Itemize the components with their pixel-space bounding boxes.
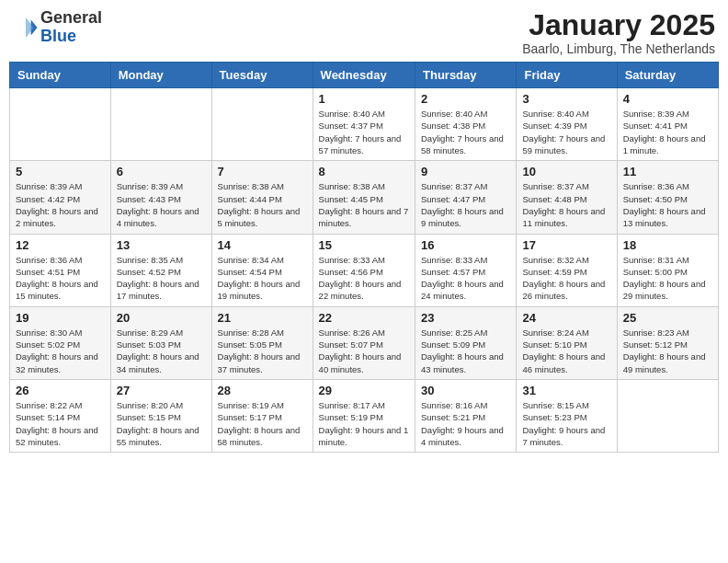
col-header-thursday: Thursday <box>415 63 517 88</box>
day-cell: 24Sunrise: 8:24 AM Sunset: 5:10 PM Dayli… <box>517 306 617 379</box>
day-detail: Sunrise: 8:39 AM Sunset: 4:43 PM Dayligh… <box>117 180 206 229</box>
day-number: 2 <box>421 92 510 106</box>
day-number: 11 <box>623 165 712 178</box>
day-detail: Sunrise: 8:29 AM Sunset: 5:03 PM Dayligh… <box>117 327 206 375</box>
day-number: 26 <box>16 384 105 397</box>
day-number: 6 <box>117 165 206 178</box>
day-detail: Sunrise: 8:32 AM Sunset: 4:59 PM Dayligh… <box>522 254 610 303</box>
day-cell: 31Sunrise: 8:15 AM Sunset: 5:23 PM Dayli… <box>517 379 617 452</box>
day-detail: Sunrise: 8:33 AM Sunset: 4:56 PM Dayligh… <box>319 254 409 303</box>
col-header-tuesday: Tuesday <box>211 63 313 88</box>
day-cell: 3Sunrise: 8:40 AM Sunset: 4:39 PM Daylig… <box>517 88 617 161</box>
day-number: 10 <box>522 165 610 178</box>
day-detail: Sunrise: 8:36 AM Sunset: 4:50 PM Dayligh… <box>623 180 712 229</box>
day-cell: 16Sunrise: 8:33 AM Sunset: 4:57 PM Dayli… <box>415 234 517 306</box>
day-number: 17 <box>522 238 610 252</box>
day-number: 28 <box>218 384 307 397</box>
day-cell: 29Sunrise: 8:17 AM Sunset: 5:19 PM Dayli… <box>313 379 415 452</box>
day-cell: 21Sunrise: 8:28 AM Sunset: 5:05 PM Dayli… <box>211 306 313 379</box>
day-number: 14 <box>218 238 307 252</box>
day-detail: Sunrise: 8:35 AM Sunset: 4:52 PM Dayligh… <box>117 254 206 303</box>
col-header-friday: Friday <box>517 63 617 88</box>
day-number: 4 <box>623 92 712 106</box>
day-detail: Sunrise: 8:34 AM Sunset: 4:54 PM Dayligh… <box>218 254 307 303</box>
day-detail: Sunrise: 8:37 AM Sunset: 4:48 PM Dayligh… <box>522 180 610 229</box>
day-detail: Sunrise: 8:16 AM Sunset: 5:21 PM Dayligh… <box>421 399 510 448</box>
day-cell: 20Sunrise: 8:29 AM Sunset: 5:03 PM Dayli… <box>110 306 211 379</box>
day-number: 18 <box>623 238 712 252</box>
day-detail: Sunrise: 8:40 AM Sunset: 4:38 PM Dayligh… <box>421 108 510 156</box>
day-detail: Sunrise: 8:20 AM Sunset: 5:15 PM Dayligh… <box>117 399 206 448</box>
day-cell: 19Sunrise: 8:30 AM Sunset: 5:02 PM Dayli… <box>10 306 111 379</box>
day-cell: 23Sunrise: 8:25 AM Sunset: 5:09 PM Dayli… <box>415 306 517 379</box>
day-detail: Sunrise: 8:31 AM Sunset: 5:00 PM Dayligh… <box>623 254 712 303</box>
day-detail: Sunrise: 8:22 AM Sunset: 5:14 PM Dayligh… <box>16 399 105 448</box>
col-header-saturday: Saturday <box>617 63 718 88</box>
day-number: 29 <box>319 384 409 397</box>
day-detail: Sunrise: 8:33 AM Sunset: 4:57 PM Dayligh… <box>421 254 510 303</box>
day-number: 19 <box>16 311 105 325</box>
day-number: 27 <box>117 384 206 397</box>
day-cell: 4Sunrise: 8:39 AM Sunset: 4:41 PM Daylig… <box>617 88 718 161</box>
day-cell: 7Sunrise: 8:38 AM Sunset: 4:44 PM Daylig… <box>211 161 313 234</box>
day-cell <box>211 88 313 161</box>
day-number: 8 <box>319 165 409 178</box>
day-number: 12 <box>16 238 105 252</box>
day-detail: Sunrise: 8:15 AM Sunset: 5:23 PM Dayligh… <box>522 399 610 448</box>
day-detail: Sunrise: 8:24 AM Sunset: 5:10 PM Dayligh… <box>522 327 610 375</box>
calendar-table: SundayMondayTuesdayWednesdayThursdayFrid… <box>9 62 719 453</box>
week-row-4: 19Sunrise: 8:30 AM Sunset: 5:02 PM Dayli… <box>10 306 719 379</box>
day-number: 1 <box>319 92 409 106</box>
day-detail: Sunrise: 8:17 AM Sunset: 5:19 PM Dayligh… <box>319 399 409 448</box>
day-number: 31 <box>522 384 610 397</box>
day-detail: Sunrise: 8:40 AM Sunset: 4:37 PM Dayligh… <box>319 108 409 156</box>
day-number: 24 <box>522 311 610 325</box>
svg-marker-1 <box>26 17 33 38</box>
day-cell: 10Sunrise: 8:37 AM Sunset: 4:48 PM Dayli… <box>517 161 617 234</box>
logo-icon <box>13 15 39 40</box>
page-subtitle: Baarlo, Limburg, The Netherlands <box>522 41 715 56</box>
day-cell: 6Sunrise: 8:39 AM Sunset: 4:43 PM Daylig… <box>110 161 211 234</box>
day-cell: 12Sunrise: 8:36 AM Sunset: 4:51 PM Dayli… <box>10 234 111 306</box>
day-number: 16 <box>421 238 510 252</box>
col-header-monday: Monday <box>110 63 211 88</box>
day-cell <box>10 88 111 161</box>
page-title: January 2025 <box>522 9 715 41</box>
day-detail: Sunrise: 8:23 AM Sunset: 5:12 PM Dayligh… <box>623 327 712 375</box>
day-number: 3 <box>522 92 610 106</box>
day-cell: 1Sunrise: 8:40 AM Sunset: 4:37 PM Daylig… <box>313 88 415 161</box>
day-cell: 5Sunrise: 8:39 AM Sunset: 4:42 PM Daylig… <box>10 161 111 234</box>
day-cell: 2Sunrise: 8:40 AM Sunset: 4:38 PM Daylig… <box>415 88 517 161</box>
day-cell: 11Sunrise: 8:36 AM Sunset: 4:50 PM Dayli… <box>617 161 718 234</box>
day-detail: Sunrise: 8:30 AM Sunset: 5:02 PM Dayligh… <box>16 327 105 375</box>
day-detail: Sunrise: 8:39 AM Sunset: 4:42 PM Dayligh… <box>16 180 105 229</box>
day-number: 25 <box>623 311 712 325</box>
day-number: 30 <box>421 384 510 397</box>
day-detail: Sunrise: 8:28 AM Sunset: 5:05 PM Dayligh… <box>218 327 307 375</box>
col-header-sunday: Sunday <box>10 63 111 88</box>
day-detail: Sunrise: 8:26 AM Sunset: 5:07 PM Dayligh… <box>319 327 409 375</box>
day-number: 20 <box>117 311 206 325</box>
day-detail: Sunrise: 8:36 AM Sunset: 4:51 PM Dayligh… <box>16 254 105 303</box>
week-row-5: 26Sunrise: 8:22 AM Sunset: 5:14 PM Dayli… <box>10 379 719 452</box>
day-cell <box>617 379 718 452</box>
day-cell: 8Sunrise: 8:38 AM Sunset: 4:45 PM Daylig… <box>313 161 415 234</box>
day-cell: 9Sunrise: 8:37 AM Sunset: 4:47 PM Daylig… <box>415 161 517 234</box>
day-number: 5 <box>16 165 105 178</box>
day-number: 21 <box>218 311 307 325</box>
week-row-1: 1Sunrise: 8:40 AM Sunset: 4:37 PM Daylig… <box>10 88 719 161</box>
day-cell: 13Sunrise: 8:35 AM Sunset: 4:52 PM Dayli… <box>110 234 211 306</box>
day-number: 13 <box>117 238 206 252</box>
day-detail: Sunrise: 8:38 AM Sunset: 4:45 PM Dayligh… <box>319 180 409 229</box>
day-detail: Sunrise: 8:40 AM Sunset: 4:39 PM Dayligh… <box>522 108 610 156</box>
day-cell: 26Sunrise: 8:22 AM Sunset: 5:14 PM Dayli… <box>10 379 111 452</box>
day-detail: Sunrise: 8:37 AM Sunset: 4:47 PM Dayligh… <box>421 180 510 229</box>
day-detail: Sunrise: 8:39 AM Sunset: 4:41 PM Dayligh… <box>623 108 712 156</box>
day-detail: Sunrise: 8:19 AM Sunset: 5:17 PM Dayligh… <box>218 399 307 448</box>
page-header: General Blue January 2025 Baarlo, Limbur… <box>9 9 719 56</box>
day-cell: 27Sunrise: 8:20 AM Sunset: 5:15 PM Dayli… <box>110 379 211 452</box>
day-cell: 25Sunrise: 8:23 AM Sunset: 5:12 PM Dayli… <box>617 306 718 379</box>
day-detail: Sunrise: 8:25 AM Sunset: 5:09 PM Dayligh… <box>421 327 510 375</box>
day-cell: 22Sunrise: 8:26 AM Sunset: 5:07 PM Dayli… <box>313 306 415 379</box>
day-cell: 17Sunrise: 8:32 AM Sunset: 4:59 PM Dayli… <box>517 234 617 306</box>
